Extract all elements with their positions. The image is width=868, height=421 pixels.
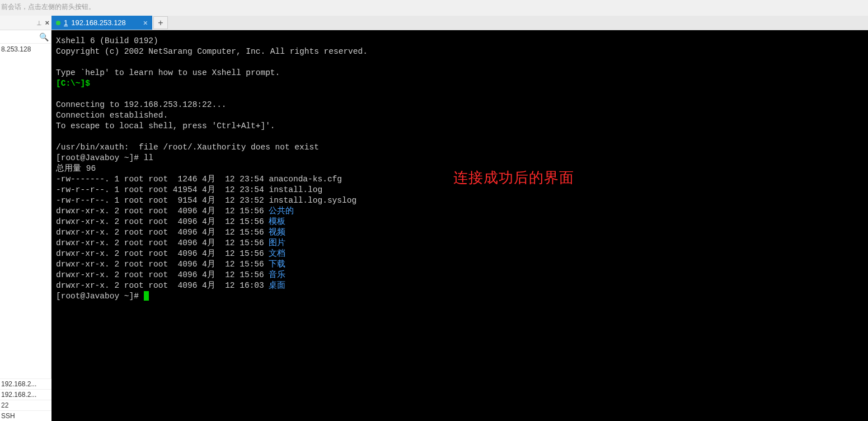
terminal-line: drwxr-xr-x. 2 root root 4096 4月 12 15:56… (56, 238, 864, 249)
terminal-line (56, 57, 864, 68)
terminal-line: [C:\~]$ (56, 78, 864, 89)
connection-status-icon (56, 21, 60, 25)
terminal-line: -rw-r--r--. 1 root root 9154 4月 12 23:52… (56, 195, 864, 206)
sidebar-search-row[interactable]: 🔍 (0, 30, 51, 44)
sidebar-close-icon[interactable]: × (45, 18, 49, 27)
terminal-output[interactable]: Xshell 6 (Build 0192)Copyright (c) 2002 … (51, 30, 868, 421)
directory-name: 公共的 (269, 207, 294, 216)
terminal-line: Connection established. (56, 110, 864, 121)
sidebar-info-row: 192.168.2... (0, 378, 51, 389)
terminal-line: drwxr-xr-x. 2 root root 4096 4月 12 16:03… (56, 280, 864, 291)
terminal-line: Xshell 6 (Build 0192) (56, 36, 864, 46)
sidebar-info-row: 192.168.2... (0, 389, 51, 400)
sidebar-session-item[interactable]: 8.253.128 (0, 44, 51, 55)
tab-number: 1 (64, 18, 68, 27)
terminal-line: To escape to local shell, press 'Ctrl+Al… (56, 121, 864, 132)
tab-title: 192.168.253.128 (71, 18, 126, 27)
directory-name: 下载 (269, 260, 285, 269)
search-icon[interactable]: 🔍 (39, 32, 49, 41)
session-tab[interactable]: 1 192.168.253.128 × (51, 16, 152, 30)
terminal-line: [root@Javaboy ~]# ll (56, 153, 864, 163)
annotation-overlay: 连接成功后的界面 (453, 168, 574, 188)
terminal-line: drwxr-xr-x. 2 root root 4096 4月 12 15:56… (56, 270, 864, 280)
sidebar-bottom-info: 192.168.2... 192.168.2... 22 SSH (0, 378, 51, 421)
directory-name: 桌面 (269, 281, 285, 290)
terminal-line (56, 132, 864, 142)
directory-name: 文档 (269, 249, 285, 258)
terminal-line: Connecting to 192.168.253.128:22... (56, 100, 864, 110)
directory-name: 视频 (269, 228, 285, 237)
terminal-line: drwxr-xr-x. 2 root root 4096 4月 12 15:56… (56, 206, 864, 217)
tab-bar: 1 192.168.253.128 × + (51, 16, 868, 30)
terminal-line: drwxr-xr-x. 2 root root 4096 4月 12 15:56… (56, 259, 864, 270)
terminal-line (56, 89, 864, 100)
prompt-local: [C:\~]$ (56, 79, 90, 88)
sidebar-info-row: 22 (0, 400, 51, 410)
terminal-line: drwxr-xr-x. 2 root root 4096 4月 12 15:56… (56, 227, 864, 238)
sidebar-header: ⟂ × (0, 16, 51, 30)
top-hint-text: 前会话，点击左侧的箭头按钮。 (0, 2, 95, 12)
terminal-line: drwxr-xr-x. 2 root root 4096 4月 12 15:56… (56, 249, 864, 259)
add-tab-button[interactable]: + (153, 16, 168, 29)
tab-close-icon[interactable]: × (143, 18, 148, 27)
sidebar-info-row: SSH (0, 410, 51, 421)
terminal-line: /usr/bin/xauth: file /root/.Xauthority d… (56, 142, 864, 153)
sidebar-panel: 🔍 8.253.128 192.168.2... 192.168.2... 22… (0, 30, 51, 421)
terminal-line: Type `help' to learn how to use Xshell p… (56, 68, 864, 78)
directory-name: 音乐 (269, 270, 285, 279)
terminal-line: [root@Javaboy ~]# (56, 291, 864, 302)
pin-icon[interactable]: ⟂ (37, 18, 41, 27)
directory-name: 模板 (269, 217, 285, 226)
terminal-line: Copyright (c) 2002 NetSarang Computer, I… (56, 46, 864, 57)
terminal-cursor (144, 291, 149, 301)
terminal-line: drwxr-xr-x. 2 root root 4096 4月 12 15:56… (56, 217, 864, 227)
directory-name: 图片 (269, 238, 285, 247)
